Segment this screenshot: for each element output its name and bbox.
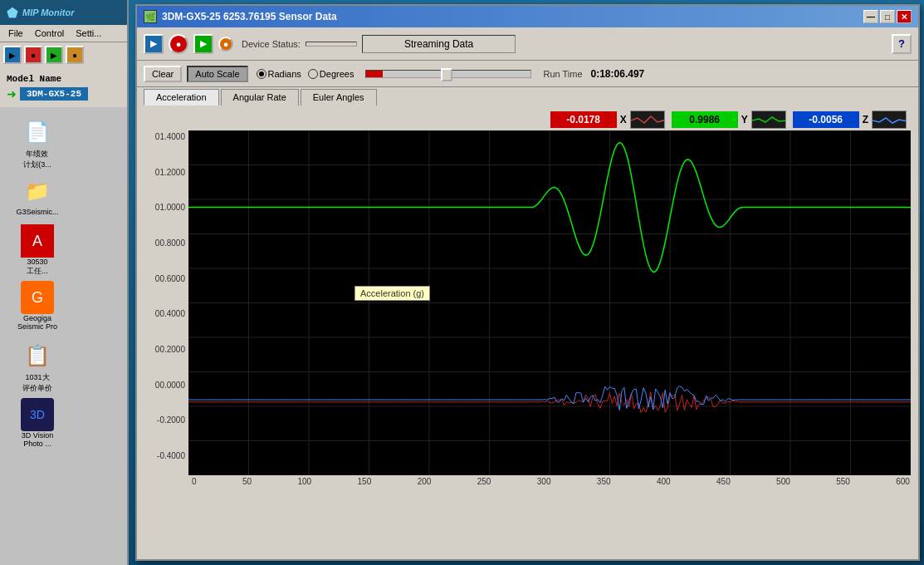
chart-with-y-axis: 01.4000 01.2000 01.0000 00.8000 00.6000 … (139, 130, 917, 475)
x-label-10: 500 (776, 477, 790, 486)
tab-angular-rate-label: Angular Rate (233, 92, 286, 102)
z-value-group: -0.0056 Z (793, 111, 907, 129)
desktop-icon-1[interactable]: 📁 G3Seismic... (8, 174, 66, 216)
toolbar-row2: Clear Auto Scale Radians Degrees Run Tim… (137, 61, 918, 87)
y-label-8: -0.2000 (140, 415, 185, 425)
runtime-label: Run Time (543, 69, 582, 79)
help-button[interactable]: ? (892, 34, 912, 54)
app-logo: ⬟ (7, 5, 18, 21)
icon-img-3: G (21, 281, 54, 314)
desktop-icon-5[interactable]: 3D 3D VisionPhoto ... (8, 398, 66, 448)
degrees-radio[interactable]: Degrees (308, 69, 354, 79)
y-label-2: 01.0000 (140, 203, 185, 212)
window-icon: 🌿 (144, 10, 157, 23)
y-axis-labels: 01.4000 01.2000 01.0000 00.8000 00.6000 … (139, 130, 188, 475)
y-label-6: 00.2000 (140, 345, 185, 354)
desktop-icon-4[interactable]: 📋 1031大评价单价 (8, 339, 66, 394)
radians-label: Radians (268, 69, 301, 79)
close-button[interactable]: ✕ (897, 10, 912, 23)
icon-label-4: 1031大评价单价 (22, 372, 52, 394)
radians-radio-dot (257, 69, 266, 79)
x-label-5: 250 (477, 477, 491, 486)
toolbar-stop-button[interactable]: ● (169, 34, 188, 54)
x-value-group: -0.0178 X (550, 111, 665, 129)
model-arrow-icon: ➜ (7, 87, 17, 101)
timeline-slider-thumb[interactable] (441, 68, 452, 81)
x-label-7: 350 (597, 477, 611, 486)
window-titlebar: 🌿 3DM-GX5-25 6253.76195 Sensor Data — □ … (137, 6, 918, 27)
y-label-1: 01.2000 (140, 168, 185, 177)
model-label-text: Model Name (7, 74, 120, 84)
sidebar-play-button[interactable]: ▶ (3, 46, 22, 64)
menu-settings[interactable]: Setti... (71, 27, 106, 40)
x-label-2: 100 (297, 477, 311, 486)
y-label-4: 00.6000 (140, 274, 185, 283)
y-label-5: 00.4000 (140, 309, 185, 318)
y-label-3: 00.8000 (140, 238, 185, 248)
icon-label-5: 3D VisionPhoto ... (22, 431, 53, 448)
window-icon-symbol: 🌿 (145, 12, 155, 22)
icon-img-5: 3D (21, 398, 54, 431)
sidebar-stop-button[interactable]: ● (24, 46, 42, 64)
maximize-button[interactable]: □ (880, 10, 895, 23)
toolbar-buttons-sidebar: ▶ ● ▶ ● (0, 42, 127, 67)
z-mini-chart (872, 111, 907, 129)
tab-acceleration[interactable]: Acceleration (144, 89, 219, 106)
app-name: MIP Monitor (22, 7, 75, 17)
x-label-3: 150 (358, 477, 372, 486)
toolbar-row1: ▶ ● ▶ ● Device Status: Streaming Data ? (137, 27, 918, 61)
y-label-9: -0.4000 (140, 451, 185, 460)
toolbar-play-button[interactable]: ▶ (193, 34, 213, 54)
y-mini-chart (751, 111, 786, 129)
icon-label-0: 年绩效计划(3... (23, 149, 51, 170)
icon-img-2: A (21, 224, 54, 258)
y-label-7: 00.0000 (140, 381, 185, 390)
window-title: 3DM-GX5-25 6253.76195 Sensor Data (162, 11, 863, 22)
tab-angular-rate[interactable]: Angular Rate (221, 89, 299, 106)
x-label-4: 200 (418, 477, 432, 486)
desktop-icons-area: 📄 年绩效计划(3... 📁 G3Seismic... A 30530工任...… (0, 107, 129, 456)
device-status-box (306, 42, 357, 47)
z-value-display: -0.0056 (793, 111, 859, 128)
sidebar-start-button[interactable]: ▶ (45, 46, 63, 64)
desktop-icon-3[interactable]: G GeogigaSeismic Pro (8, 281, 66, 331)
chart-canvas-container: Acceleration (g) (188, 130, 917, 475)
degrees-radio-dot (308, 69, 318, 79)
desktop-icon-0[interactable]: 📄 年绩效计划(3... (8, 115, 66, 170)
desktop: ⬟ MIP Monitor File Control Setti... ▶ ● … (0, 0, 924, 565)
main-chart-canvas (188, 130, 911, 475)
x-value-text: -0.0178 (566, 114, 600, 125)
desktop-icon-2[interactable]: A 30530工任... (8, 224, 66, 277)
x-value-display: -0.0178 (550, 111, 617, 128)
y-label-0: 01.4000 (140, 132, 185, 141)
main-window: 🌿 3DM-GX5-25 6253.76195 Sensor Data — □ … (135, 4, 920, 561)
menu-bar: File Control Setti... (0, 25, 127, 42)
sidebar: ⬟ MIP Monitor File Control Setti... ▶ ● … (0, 0, 129, 565)
clear-button[interactable]: Clear (144, 66, 182, 82)
tab-euler-angles[interactable]: Euler Angles (301, 89, 377, 106)
y-value-group: 0.9986 Y (672, 111, 786, 129)
timeline-slider-container (365, 70, 531, 78)
tab-acceleration-label: Acceleration (156, 92, 207, 102)
tab-euler-angles-label: Euler Angles (313, 92, 364, 102)
icon-label-3: GeogigaSeismic Pro (17, 314, 57, 331)
degrees-label: Degrees (320, 69, 354, 79)
minimize-button[interactable]: — (863, 10, 878, 23)
x-label-6: 300 (537, 477, 551, 486)
toolbar-record-button[interactable]: ● (218, 37, 233, 52)
y-value-text: 0.9986 (689, 114, 720, 125)
icon-label-2: 30530工任... (27, 258, 48, 277)
menu-control[interactable]: Control (30, 27, 69, 40)
sidebar-record-button[interactable]: ● (66, 46, 84, 64)
menu-file[interactable]: File (3, 27, 28, 40)
app-header: ⬟ MIP Monitor (0, 0, 127, 25)
toolbar-navigate-button[interactable]: ▶ (144, 34, 164, 54)
x-mini-chart (630, 111, 665, 129)
radians-radio[interactable]: Radians (257, 69, 301, 79)
auto-scale-button[interactable]: Auto Scale (187, 66, 247, 82)
y-value-display: 0.9986 (672, 111, 738, 128)
x-label-12: 600 (896, 477, 910, 486)
unit-radio-group: Radians Degrees (257, 69, 354, 79)
timeline-slider-track[interactable] (365, 70, 531, 78)
model-name-row: ➜ 3DM-GX5-25 (7, 87, 120, 101)
